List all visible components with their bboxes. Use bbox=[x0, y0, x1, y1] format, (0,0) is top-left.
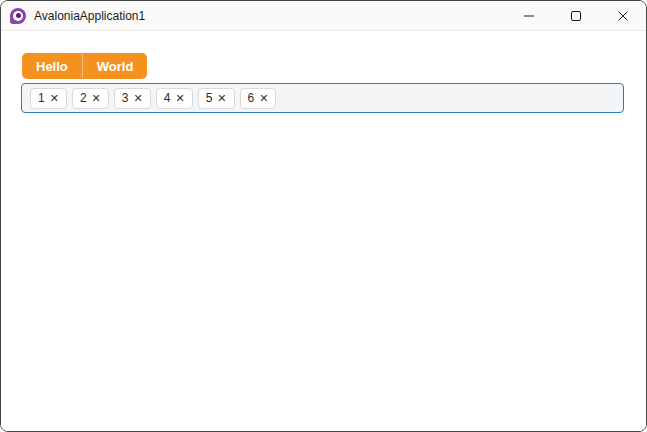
window-controls bbox=[505, 1, 646, 30]
avalonia-logo-ring bbox=[13, 11, 23, 21]
chip-close-icon[interactable]: ✕ bbox=[134, 93, 143, 104]
avalonia-logo-icon bbox=[10, 8, 26, 24]
tab-world[interactable]: World bbox=[83, 53, 148, 79]
titlebar: AvaloniaApplication1 bbox=[1, 1, 646, 31]
app-window: AvaloniaApplication1 HelloWorld 1✕2 bbox=[0, 0, 647, 432]
minimize-icon bbox=[524, 11, 534, 21]
chip: 1✕ bbox=[30, 88, 67, 109]
chip-label: 1 bbox=[38, 91, 45, 105]
chip-label: 3 bbox=[122, 91, 129, 105]
chip: 2✕ bbox=[72, 88, 109, 109]
chip: 3✕ bbox=[114, 88, 151, 109]
chip: 6✕ bbox=[240, 88, 277, 109]
maximize-button[interactable] bbox=[552, 1, 599, 30]
window-content: HelloWorld 1✕2✕3✕4✕5✕6✕ bbox=[1, 31, 646, 431]
tab-hello[interactable]: Hello bbox=[22, 53, 82, 79]
minimize-button[interactable] bbox=[505, 1, 552, 30]
chip-close-icon[interactable]: ✕ bbox=[175, 93, 184, 104]
maximize-icon bbox=[571, 11, 581, 21]
chip-label: 4 bbox=[164, 91, 171, 105]
chip-close-icon[interactable]: ✕ bbox=[217, 93, 226, 104]
chip-close-icon[interactable]: ✕ bbox=[259, 93, 268, 104]
close-icon bbox=[618, 11, 628, 21]
close-button[interactable] bbox=[599, 1, 646, 30]
chip-close-icon[interactable]: ✕ bbox=[50, 93, 59, 104]
chip-close-icon[interactable]: ✕ bbox=[92, 93, 101, 104]
chip-label: 6 bbox=[248, 91, 255, 105]
chip-label: 2 bbox=[80, 91, 87, 105]
avalonia-logo-dot bbox=[16, 13, 21, 18]
chip: 5✕ bbox=[198, 88, 235, 109]
chip: 4✕ bbox=[156, 88, 193, 109]
tags-input[interactable]: 1✕2✕3✕4✕5✕6✕ bbox=[21, 83, 624, 113]
window-title: AvaloniaApplication1 bbox=[34, 9, 145, 23]
tab-strip: HelloWorld bbox=[22, 53, 147, 79]
chip-label: 5 bbox=[206, 91, 213, 105]
